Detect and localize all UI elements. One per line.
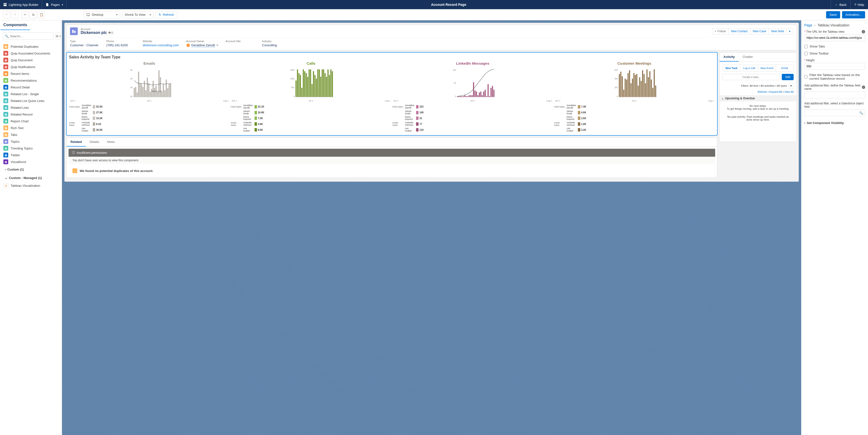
tableau-url-input[interactable] (804, 34, 865, 41)
activity-component[interactable]: Activity Chatter New Task Log a Call New… (719, 52, 797, 142)
component-label: Rich Text (11, 126, 24, 130)
chart-column: LinkedIn Messages 100500 Jun 1Jul 1Aug 1… (392, 61, 553, 133)
show-toolbar-checkbox[interactable]: Show Toolbar (804, 52, 865, 55)
component-item[interactable]: ▦Recommendations (2, 77, 60, 84)
tab-chatter[interactable]: Chatter (739, 53, 757, 62)
redo-button[interactable]: ↷ (11, 11, 19, 19)
tableau-viz-component[interactable]: Sales Activity by Team Type Emails 6K4K2… (66, 52, 717, 135)
component-item[interactable]: ▦Tabs (2, 131, 60, 138)
breadcrumb-page[interactable]: Page (804, 23, 812, 27)
subtab-new-task[interactable]: New Task (723, 65, 740, 71)
pages-dropdown[interactable]: Pages ▾ (42, 0, 67, 9)
info-icon[interactable]: i (862, 86, 865, 89)
component-item[interactable]: ▦Related List Quick Links (2, 97, 60, 104)
component-item[interactable]: ▦Related Lists (2, 104, 60, 111)
new-case-button[interactable]: New Case (750, 28, 769, 34)
component-item[interactable]: ▦Trending Topics (2, 145, 60, 152)
component-item[interactable]: ▦Recent Items (2, 70, 60, 77)
height-input[interactable] (804, 63, 865, 70)
save-button[interactable]: Save (826, 11, 840, 19)
component-item[interactable]: ▦Related Record (2, 111, 60, 118)
builder-canvas[interactable]: Account Dickenson plc �立 +Follow New Con… (62, 20, 801, 435)
refresh-button[interactable]: ↻ Refresh (155, 11, 177, 19)
tab-activity[interactable]: Activity (719, 53, 739, 62)
activation-button[interactable]: Activation... (842, 11, 865, 19)
copy-button[interactable]: ⧉ (30, 11, 37, 19)
filter-field-input[interactable] (804, 92, 865, 98)
chart-column: Customer Meetings 6004002000 Jun 1Jul 1A… (554, 61, 715, 133)
component-item[interactable]: ▦Twitter (2, 152, 60, 158)
table-row: Lee Graber3.2K (554, 127, 715, 133)
tab-related[interactable]: Related (67, 137, 86, 147)
svg-text:6K: 6K (130, 69, 133, 71)
component-settings-button[interactable]: ⚙▾ (56, 32, 61, 40)
paste-button[interactable]: 📋 (38, 11, 45, 19)
component-item[interactable]: ▦Related List - Single (2, 91, 60, 97)
chart-breakdown-table: Field SalesGeraldine Zanolli52.5KJames S… (69, 104, 230, 133)
svg-rect-92 (486, 96, 487, 97)
undo-button[interactable]: ↶ (3, 11, 10, 19)
edit-icon[interactable]: ✎ (216, 44, 218, 47)
more-actions-button[interactable]: ▾ (786, 28, 793, 34)
add-task-button[interactable]: Add (782, 74, 794, 80)
component-item[interactable]: ▦Quip Notifications (2, 63, 60, 70)
height-label: *Height (804, 59, 865, 62)
subtab-email[interactable]: Email (776, 65, 794, 71)
component-item[interactable]: ⊞Tableau Visualization (2, 182, 60, 189)
expand-all-link[interactable]: Expand All (769, 90, 782, 93)
component-item[interactable]: ▦Potential Duplicates (2, 43, 60, 50)
component-icon: ▦ (3, 98, 8, 103)
component-search-input[interactable] (3, 32, 54, 40)
component-icon: ▦ (3, 146, 8, 151)
subtab-new-event[interactable]: New Event (758, 65, 776, 71)
help-button[interactable]: ? Help (850, 0, 868, 9)
cut-button[interactable]: ✂ (21, 11, 29, 19)
filter-button[interactable]: ▼ (788, 83, 794, 88)
svg-rect-117 (639, 77, 640, 97)
new-note-button[interactable]: New Note (769, 28, 786, 34)
component-icon: ▦ (3, 44, 8, 49)
filter-object-input[interactable] (804, 110, 865, 116)
component-item[interactable]: ▦Topics (2, 138, 60, 145)
subtab-log-call[interactable]: Log a Call (740, 65, 758, 71)
table-row: Pierre Dupond15.2K (69, 116, 230, 121)
upcoming-header[interactable]: ⌄ Upcoming & Overdue (719, 95, 797, 101)
table-row: James Smith149 (392, 110, 553, 116)
record-header-card[interactable]: Account Dickenson plc �立 +Follow New Con… (66, 25, 797, 51)
component-icon: ▦ (3, 132, 8, 137)
component-item[interactable]: ▦Record Detail (2, 84, 60, 91)
tab-news[interactable]: News (103, 137, 119, 147)
svg-rect-58 (319, 69, 320, 97)
component-item[interactable]: ▦Quip Document (2, 57, 60, 63)
component-item[interactable]: ▦Visualforce (2, 158, 60, 165)
zoom-select[interactable]: Shrink To View ▾ (122, 11, 154, 19)
component-item[interactable]: ▦Rich Text (2, 124, 60, 131)
managed-section-header[interactable]: ⌄ Custom - Managed (1) (2, 174, 60, 182)
device-select[interactable]: Desktop ▾ (84, 11, 120, 19)
svg-rect-115 (636, 74, 637, 97)
component-icon: ▦ (3, 125, 8, 130)
show-tabs-checkbox[interactable]: Show Tabs (804, 44, 865, 48)
page-icon (45, 3, 49, 6)
hierarchy-icon[interactable]: �立 (108, 31, 114, 35)
builder-icon (3, 3, 7, 6)
view-all-link[interactable]: View All (784, 90, 794, 93)
task-input[interactable] (722, 74, 780, 80)
filter-record-checkbox[interactable]: Filter the Tableau view based on the cur… (804, 73, 865, 81)
tab-details[interactable]: Details (86, 137, 103, 147)
custom-section-header[interactable]: › Custom (1) (2, 165, 60, 174)
back-button[interactable]: ← Back (831, 0, 850, 9)
no-past-message: No past activity. Past meetings and task… (722, 113, 794, 123)
table-row: Field SalesGeraldine Zanolli52.5K (69, 104, 230, 110)
activity-refresh-link[interactable]: Refresh (757, 90, 767, 93)
plus-icon: + (715, 30, 716, 33)
component-item[interactable]: ▦Report Chart (2, 118, 60, 124)
tabs-component[interactable]: Related Details News ⓘ Insufficient perm… (66, 137, 717, 178)
info-icon[interactable]: i (862, 30, 865, 33)
follow-button[interactable]: +Follow (712, 28, 729, 34)
component-item[interactable]: ▦Quip Associated Documents (2, 50, 60, 57)
new-contact-button[interactable]: New Contact (728, 28, 750, 34)
highlight-field: Account OwnerGeraldine Zanolli ✎ (186, 40, 218, 47)
component-visibility-toggle[interactable]: › Set Component Visibility (804, 121, 865, 125)
chart-svg: 150010005000 (231, 67, 392, 98)
